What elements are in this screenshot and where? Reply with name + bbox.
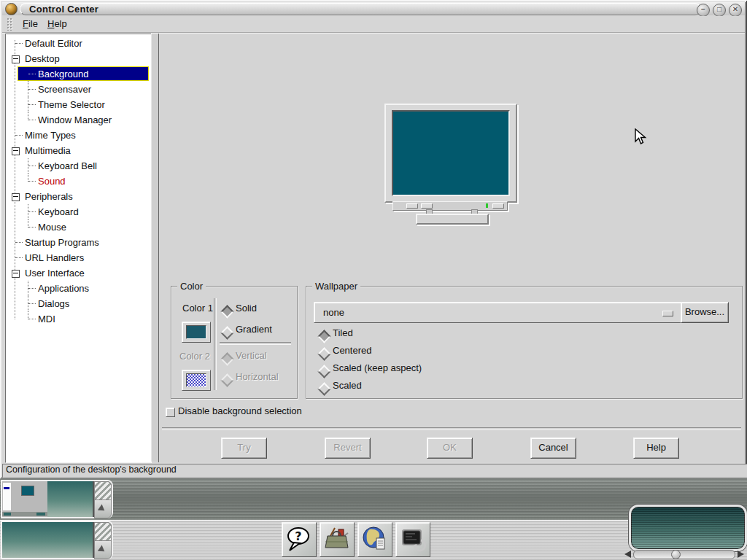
tree-item-background[interactable]: Background	[6, 66, 151, 82]
mouse-cursor	[634, 128, 647, 146]
tree-item-peripherals[interactable]: Peripherals	[6, 189, 151, 204]
scroll-left-arrow-icon[interactable]	[624, 551, 631, 558]
tree-item-url-handlers[interactable]: URL Handlers	[6, 250, 151, 265]
radio-gradient-label[interactable]: Gradient	[236, 324, 272, 335]
terminal-launcher-button[interactable]	[395, 522, 430, 557]
radio-horizontal-label: Horizontal	[236, 371, 279, 382]
monitor-preview-screen	[392, 110, 510, 196]
help-launcher-button[interactable]: ?	[282, 522, 317, 557]
radio-solid[interactable]	[220, 305, 233, 318]
color-group-title: Color	[177, 281, 206, 292]
tree-item-mouse[interactable]: Mouse	[6, 219, 151, 235]
tree-item-screensaver[interactable]: Screensaver	[6, 82, 151, 97]
scroll-right-arrow-icon[interactable]	[738, 551, 744, 558]
titlebar[interactable]: Control Center − □ ✕	[2, 2, 745, 15]
radio-scaled-label[interactable]: Scaled	[333, 380, 362, 391]
option-menu-indicator-icon	[662, 311, 673, 316]
window-title[interactable]: Control Center	[20, 3, 701, 15]
monitor-bezel-button	[406, 203, 418, 209]
toolbox-icon	[323, 526, 351, 553]
radio-centered[interactable]	[317, 347, 330, 360]
collapse-minus-icon[interactable]	[12, 193, 20, 201]
separator	[162, 427, 741, 430]
desktop-area: ?	[0, 478, 747, 560]
collapse-minus-icon[interactable]	[12, 270, 20, 278]
workspace-2-thumbnail[interactable]	[47, 481, 93, 517]
desk-guide-applet[interactable]	[1, 480, 113, 518]
tree-item-mime-types[interactable]: Mime Types	[6, 128, 151, 143]
tree-item-user-interface[interactable]: User Interface	[6, 265, 151, 281]
browse-button[interactable]: Browse...	[681, 302, 729, 323]
radio-scaled[interactable]	[317, 382, 330, 395]
color1-swatch	[186, 325, 206, 339]
wallpaper-group: Wallpaper none Browse... Tiled Centered …	[306, 286, 743, 399]
background-capplet: Color Color 1 Color 2 Solid Gradient Ver…	[158, 34, 745, 462]
tree-item-applications[interactable]: Applications	[6, 281, 151, 296]
color2-label: Color 2	[179, 351, 210, 362]
close-button[interactable]: ✕	[729, 4, 742, 17]
monitor-preview	[384, 104, 517, 203]
control-center-window: Control Center − □ ✕ File Help Default E…	[0, 0, 747, 478]
radio-centered-label[interactable]: Centered	[333, 345, 371, 356]
radio-tiled-label[interactable]: Tiled	[333, 327, 353, 338]
tree-item-multimedia[interactable]: Multimedia	[6, 143, 151, 158]
collapse-minus-icon[interactable]	[12, 55, 20, 63]
tree-item-keyboard[interactable]: Keyboard	[6, 204, 151, 219]
minimize-button[interactable]: −	[697, 4, 710, 17]
tree-item-keyboard-bell[interactable]: Keyboard Bell	[6, 158, 151, 174]
help-bubble-icon: ?	[285, 526, 313, 553]
workspace-1-thumbnail[interactable]	[2, 481, 47, 517]
tree-item-window-manager[interactable]: Window Manager	[6, 112, 151, 128]
terminal-icon	[399, 526, 427, 553]
panel-drag-handle[interactable]	[94, 481, 112, 500]
tree-item-startup-programs[interactable]: Startup Programs	[6, 235, 151, 250]
workspace-thumbnail[interactable]	[2, 522, 93, 558]
color-group: Color Color 1 Color 2 Solid Gradient Ver…	[171, 286, 298, 399]
panel-screen-widget[interactable]	[629, 505, 747, 551]
panel-widget-scrollbar[interactable]	[624, 549, 744, 559]
radio-scaled-keep-aspect[interactable]	[317, 365, 330, 378]
radio-tiled[interactable]	[317, 330, 330, 343]
color1-picker-button[interactable]	[182, 322, 211, 343]
web-browser-launcher-button[interactable]	[357, 522, 392, 557]
tree-item-sound[interactable]: Sound	[6, 174, 151, 189]
tree-item-desktop[interactable]: Desktop	[6, 51, 151, 66]
tree-item-theme-selector[interactable]: Theme Selector	[6, 97, 151, 112]
maximize-button[interactable]: □	[713, 4, 726, 17]
disable-background-label[interactable]: Disable background selection	[178, 403, 302, 419]
cancel-button[interactable]: Cancel	[530, 438, 576, 459]
tree-item-mdi[interactable]: MDI	[6, 311, 151, 327]
panel-drag-handle[interactable]	[94, 522, 112, 541]
monitor-bezel	[392, 201, 508, 211]
radio-gradient[interactable]	[220, 326, 233, 339]
radio-vertical	[220, 352, 233, 365]
help-button[interactable]: Help	[633, 438, 679, 459]
settings-toolbox-launcher-button[interactable]	[320, 522, 355, 557]
panel-hide-arrow-button[interactable]	[94, 499, 112, 518]
scrollbar-track[interactable]	[633, 550, 735, 559]
radio-scaled-keep-aspect-label[interactable]: Scaled (keep aspect)	[333, 362, 422, 373]
svg-text:?: ?	[295, 529, 301, 543]
ok-button: OK	[427, 438, 473, 459]
color2-picker-button[interactable]	[182, 370, 211, 391]
radio-solid-label[interactable]: Solid	[236, 303, 257, 314]
panel-hide-arrow-button[interactable]	[94, 540, 112, 559]
menu-help[interactable]: Help	[44, 18, 70, 31]
radio-vertical-label: Vertical	[236, 350, 267, 361]
tree-item-default-editor[interactable]: Default Editor	[6, 36, 151, 51]
monitor-power-button	[492, 203, 504, 209]
separator	[214, 298, 217, 390]
tree-item-dialogs[interactable]: Dialogs	[6, 296, 151, 311]
collapse-minus-icon[interactable]	[12, 147, 20, 155]
pane-splitter[interactable]	[151, 34, 158, 462]
window-menu-ball-icon[interactable]	[5, 3, 18, 15]
wallpaper-select[interactable]: none	[314, 302, 684, 323]
statusbar: Configuration of the desktop's backgroun…	[2, 464, 747, 478]
menu-file[interactable]: File	[20, 18, 41, 31]
menubar: File Help	[2, 16, 745, 33]
desk-guide-applet[interactable]	[1, 521, 113, 559]
scrollbar-knob[interactable]	[671, 550, 681, 559]
disable-background-checkbox[interactable]	[166, 408, 175, 417]
monitor-power-led	[486, 203, 488, 208]
menubar-grip-handle[interactable]	[7, 18, 12, 31]
